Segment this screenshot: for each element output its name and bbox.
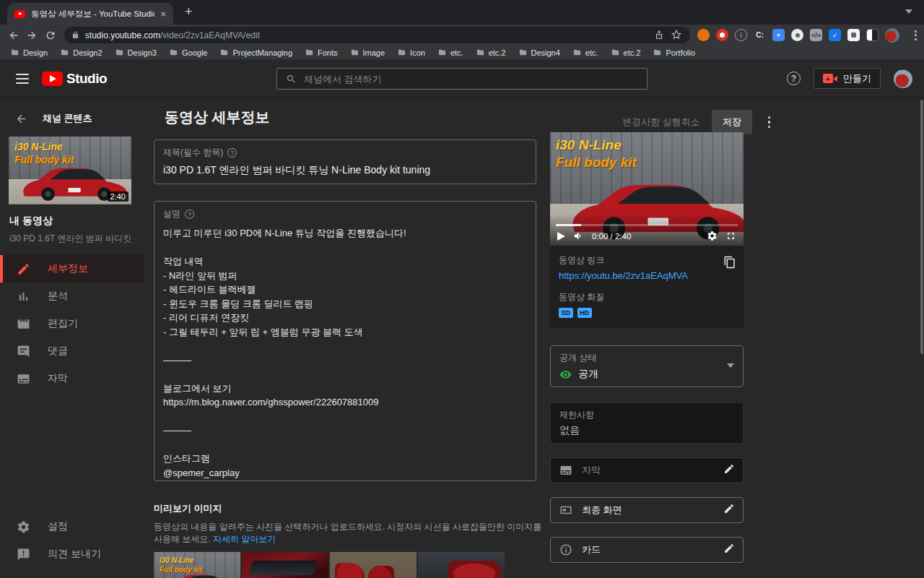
extension-icon-info[interactable]: i xyxy=(735,29,747,41)
back-label: 채널 콘텐츠 xyxy=(43,112,92,125)
help-icon[interactable]: ? xyxy=(787,72,801,85)
sidebar-item-subtitles[interactable]: 자막 xyxy=(0,365,144,392)
reload-button[interactable] xyxy=(41,26,60,45)
edit-pencil-icon[interactable] xyxy=(723,463,735,478)
bookmark-item[interactable]: Image xyxy=(350,48,385,57)
tab-close-icon[interactable]: × xyxy=(160,9,166,19)
subtitles-card[interactable]: 자막 xyxy=(550,457,744,483)
channel-search[interactable] xyxy=(276,68,648,90)
undo-changes-label[interactable]: 변경사항 실행취소 xyxy=(622,116,700,129)
video-thumbnail[interactable]: i30 N-Line Full body kit 2:40 xyxy=(9,137,131,204)
bookmark-item[interactable]: etc. xyxy=(437,48,463,57)
help-question-icon[interactable]: ? xyxy=(185,210,194,219)
end-screen-icon xyxy=(559,504,572,517)
cards-card[interactable]: 카드 xyxy=(550,537,744,563)
video-player[interactable]: i30 N-Line Full body kit 0:00 / 2:40 xyxy=(550,132,744,246)
thumbnail-option[interactable] xyxy=(418,552,505,578)
browser-menu-icon[interactable] xyxy=(912,30,920,40)
chevron-down-icon[interactable] xyxy=(727,363,734,368)
extensions-row: i C: + </> ✓ xyxy=(697,28,920,43)
edit-pencil-icon[interactable] xyxy=(723,503,735,517)
description-field[interactable]: 설명 ? 미루고 미루던 i30 PD에 N-Line 튜닝 작업을 진행했습니… xyxy=(154,201,536,481)
channel-avatar[interactable] xyxy=(894,69,912,88)
thumbnail-overlay-text: i30 N-Line Full body kit xyxy=(160,556,202,574)
browser-tab[interactable]: 동영상 세부정보 - YouTube Studio × xyxy=(7,3,173,25)
bookmark-item[interactable]: etc.2 xyxy=(611,48,641,57)
youtube-logo-icon xyxy=(42,72,63,86)
bookmark-item[interactable]: etc. xyxy=(572,48,598,57)
thumbnail-option[interactable] xyxy=(330,552,417,578)
quality-badges: SD HD xyxy=(559,308,735,318)
description-field-value[interactable]: 미루고 미루던 i30 PD에 N-Line 튜닝 작업을 진행했습니다! 작업… xyxy=(163,226,527,481)
bookmark-item[interactable]: Design xyxy=(10,48,48,57)
bookmark-item[interactable]: Portfolio xyxy=(653,48,694,57)
back-button[interactable] xyxy=(4,26,23,45)
bookmark-item[interactable]: ProjectManaging xyxy=(219,48,292,57)
bookmark-item[interactable]: etc.2 xyxy=(476,48,506,57)
share-icon[interactable] xyxy=(654,30,666,41)
hamburger-menu-icon[interactable] xyxy=(16,74,29,84)
forward-button[interactable] xyxy=(23,26,42,45)
bookmark-item[interactable]: Google xyxy=(169,48,207,57)
extension-icon-code[interactable]: </> xyxy=(810,29,822,41)
studio-logo[interactable]: Studio xyxy=(42,71,107,87)
thumbnail-option[interactable] xyxy=(242,552,328,578)
title-field[interactable]: 제목(필수 항목) ? i30 PD 1.6T 엔라인 범퍼 바디킷 튜닝 N-… xyxy=(154,139,536,184)
end-screen-card[interactable]: 최종 화면 xyxy=(550,497,744,523)
thumbnail-option-selected[interactable]: i30 N-Line Full body kit xyxy=(154,552,240,578)
puzzle-extensions-icon[interactable] xyxy=(847,29,860,41)
page-title: 동영상 세부정보 xyxy=(165,108,924,127)
bookmark-item[interactable]: Design3 xyxy=(115,48,157,57)
volume-icon[interactable] xyxy=(573,230,584,241)
sd-badge: SD xyxy=(559,308,573,318)
video-link-url[interactable]: https://youtu.be/2zv1aEAqMVA xyxy=(559,270,735,281)
fullscreen-icon[interactable] xyxy=(725,230,736,241)
visibility-value: 공개 xyxy=(578,368,598,381)
player-settings-icon[interactable] xyxy=(707,230,718,241)
thumbnail-section-description: 동영상의 내용을 알려주는 사진을 선택하거나 업로드하세요. 시청자의 시선을… xyxy=(154,521,544,545)
bookmark-item[interactable]: Design2 xyxy=(60,48,102,57)
extension-icon-darkreader[interactable] xyxy=(866,29,879,41)
page-scrollbar[interactable] xyxy=(920,100,923,354)
copy-icon[interactable] xyxy=(723,256,736,272)
sidebar-item-details[interactable]: 세부정보 xyxy=(0,255,144,282)
film-icon xyxy=(17,317,30,331)
extension-icon-blue[interactable]: + xyxy=(772,29,785,41)
browser-profile-avatar[interactable] xyxy=(885,28,899,43)
play-icon[interactable] xyxy=(557,232,565,241)
folder-icon xyxy=(305,48,314,56)
learn-more-link[interactable]: 자세히 알아보기 xyxy=(213,534,276,544)
tab-search-chevron-icon[interactable] xyxy=(905,9,912,14)
sidebar-item-feedback[interactable]: 의견 보내기 xyxy=(0,540,144,568)
extension-icon-atom[interactable] xyxy=(791,29,803,41)
extension-icon-colorzilla[interactable]: C: xyxy=(754,29,766,41)
lock-icon xyxy=(71,31,79,39)
bookmark-item[interactable]: Icon xyxy=(397,48,425,57)
back-to-channel-content[interactable]: 채널 콘텐츠 xyxy=(0,98,144,125)
visibility-card[interactable]: 공개 상태 공개 xyxy=(550,345,744,387)
new-tab-button[interactable]: + xyxy=(185,4,193,20)
edit-pencil-icon[interactable] xyxy=(723,543,735,557)
brand-name: Studio xyxy=(66,71,107,87)
title-field-value[interactable]: i30 PD 1.6T 엔라인 범퍼 바디킷 튜닝 N-Line Body ki… xyxy=(163,164,527,177)
save-button[interactable]: 저장 xyxy=(712,110,752,134)
sidebar-item-analytics[interactable]: 분석 xyxy=(0,282,144,310)
sidebar-item-editor[interactable]: 편집기 xyxy=(0,310,144,337)
sidebar-footer: 설정 의견 보내기 xyxy=(0,513,144,568)
extension-icon-orange[interactable] xyxy=(697,29,710,41)
extension-icon-check[interactable]: ✓ xyxy=(829,29,841,41)
sidebar-video-title: i30 PD 1.6T 엔라인 범퍼 바디킷 튜닝 N-... xyxy=(9,233,135,245)
create-button[interactable]: + 만들기 xyxy=(814,68,881,89)
more-options-icon[interactable] xyxy=(764,115,775,130)
search-input[interactable] xyxy=(304,74,638,85)
bookmark-item[interactable]: Design4 xyxy=(518,48,560,57)
bookmark-item[interactable]: Fonts xyxy=(305,48,338,57)
sidebar-item-settings[interactable]: 설정 xyxy=(0,513,144,540)
bar-chart-icon xyxy=(17,290,30,303)
extension-icon-red[interactable] xyxy=(716,29,728,41)
address-bar[interactable]: studio.youtube.com/video/2zv1aEAqMVA/edi… xyxy=(64,27,690,43)
sidebar-item-comments[interactable]: 댓글 xyxy=(0,337,144,365)
help-question-icon[interactable]: ? xyxy=(227,148,237,158)
bookmark-star-icon[interactable] xyxy=(671,30,683,41)
youtube-favicon xyxy=(14,10,25,18)
